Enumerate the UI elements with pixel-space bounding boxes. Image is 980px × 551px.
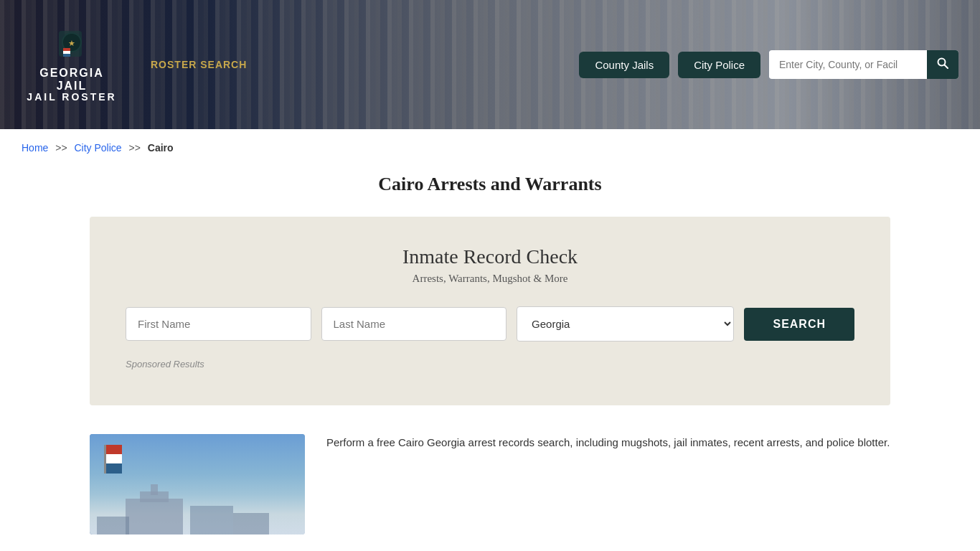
georgia-state-logo: ★ (53, 27, 90, 64)
first-name-input[interactable] (126, 307, 311, 341)
svg-rect-13 (233, 513, 269, 534)
svg-rect-14 (97, 517, 129, 534)
county-jails-button[interactable]: County Jails (579, 52, 669, 78)
flag-blue (106, 463, 122, 474)
header-search-input[interactable] (769, 52, 927, 77)
logo-roster: JAIL ROSTER (27, 91, 116, 103)
record-search-form: AlabamaAlaskaArizonaArkansasCaliforniaCo… (126, 306, 854, 342)
breadcrumb-sep1: >> (55, 142, 67, 154)
header-nav-right: County Jails City Police (579, 50, 958, 79)
bottom-description: Perform a free Cairo Georgia arrest reco… (326, 434, 890, 451)
city-police-button[interactable]: City Police (678, 52, 760, 78)
header-search-button[interactable] (927, 50, 958, 79)
page-title: Cairo Arrests and Warrants (22, 174, 958, 195)
state-select[interactable]: AlabamaAlaskaArizonaArkansasCaliforniaCo… (517, 306, 734, 342)
logo-georgia: GEORGIA (39, 67, 104, 80)
cairo-image (90, 434, 305, 534)
header-search-bar (769, 50, 958, 79)
cairo-image-inner (90, 434, 305, 534)
breadcrumb-city-police[interactable]: City Police (75, 142, 122, 154)
site-header: ★ GEORGIA JAIL JAIL ROSTER ROSTER SEARCH… (0, 0, 980, 129)
svg-rect-4 (63, 48, 70, 51)
roster-search-link[interactable]: ROSTER SEARCH (151, 59, 247, 70)
sponsored-label: Sponsored Results (126, 359, 854, 369)
record-box-title: Inmate Record Check (126, 245, 854, 268)
breadcrumb-sep2: >> (129, 142, 141, 154)
record-search-button[interactable]: SEARCH (744, 308, 854, 341)
svg-rect-9 (126, 499, 183, 534)
svg-rect-11 (151, 484, 158, 495)
breadcrumb-home[interactable]: Home (22, 142, 48, 154)
svg-rect-5 (63, 51, 70, 54)
breadcrumb-current: Cairo (148, 142, 174, 154)
breadcrumb: Home >> City Police >> Cairo (0, 129, 980, 166)
last-name-input[interactable] (321, 307, 507, 341)
header-content: ★ GEORGIA JAIL JAIL ROSTER ROSTER SEARCH… (0, 0, 980, 129)
building-silhouette (90, 484, 305, 534)
svg-line-8 (945, 65, 948, 69)
inmate-record-box: Inmate Record Check Arrests, Warrants, M… (90, 217, 890, 405)
search-icon (937, 57, 948, 69)
svg-rect-6 (63, 54, 70, 57)
flag-white (106, 454, 122, 463)
svg-rect-12 (190, 506, 233, 534)
flag-red (106, 445, 122, 454)
page-title-area: Cairo Arrests and Warrants (0, 166, 980, 217)
svg-text:★: ★ (68, 39, 75, 47)
flag-shape (104, 445, 124, 474)
bottom-section: Perform a free Cairo Georgia arrest reco… (0, 427, 980, 551)
record-box-subtitle: Arrests, Warrants, Mugshot & More (126, 273, 854, 285)
logo-area[interactable]: ★ GEORGIA JAIL JAIL ROSTER (22, 27, 122, 103)
